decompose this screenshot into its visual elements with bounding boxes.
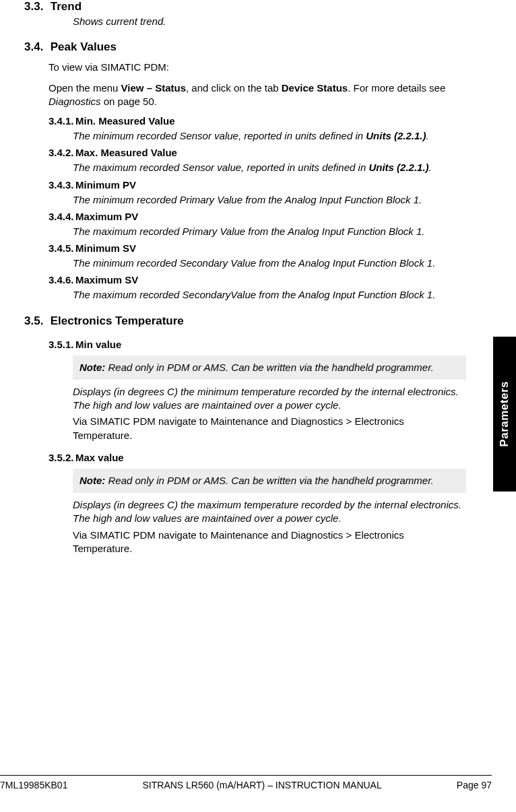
sub-number: 3.4.1. — [49, 115, 75, 127]
section-number: 3.4. — [24, 40, 47, 54]
footer-doc-id: 7ML19985KB01 — [0, 780, 67, 790]
sub-number: 3.4.3. — [49, 179, 75, 191]
sub-number: 3.4.4. — [49, 211, 75, 222]
text: . — [429, 162, 432, 173]
sub-title: Minimum SV — [75, 242, 136, 254]
section-title: Peak Values — [51, 40, 117, 53]
sub-title: Max value — [75, 452, 124, 463]
desc-3-4-5: The minimum recorded Secondary Value fro… — [73, 257, 466, 270]
side-tab-parameters: Parameters — [493, 337, 516, 492]
heading-3-4-1: 3.4.1.Min. Measured Value — [49, 115, 466, 127]
text: The maximum recorded Sensor value, repor… — [73, 162, 368, 173]
heading-3-5-1: 3.5.1.Min value — [49, 339, 466, 350]
sub-title: Maximum SV — [75, 274, 138, 285]
footer-page-number: Page 97 — [457, 780, 492, 790]
heading-3-4-5: 3.4.5.Minimum SV — [49, 242, 466, 254]
desc-3-4-4: The maximum recorded Primary Value from … — [73, 225, 466, 238]
heading-3-4-6: 3.4.6.Maximum SV — [49, 274, 466, 285]
section-3-4-para: Open the menu View – Status, and click o… — [49, 81, 466, 109]
section-number: 3.5. — [24, 314, 47, 328]
content-area: 3.3. Trend Shows current trend. 3.4. Pea… — [24, 0, 466, 758]
desc-3-5-1: Displays (in degrees C) the minimum temp… — [73, 385, 466, 413]
text: . For more details see — [348, 82, 445, 94]
desc-3-4-1: The minimum recorded Sensor value, repor… — [73, 129, 466, 143]
sub-number: 3.4.6. — [49, 274, 75, 285]
sub-title: Maximum PV — [75, 211, 138, 222]
heading-3-4-3: 3.4.3.Minimum PV — [49, 179, 466, 191]
note-label: Note: — [79, 475, 105, 486]
ref-units: Units (2.2.1.) — [366, 130, 426, 141]
ref-units: Units (2.2.1.) — [368, 162, 428, 173]
desc-3-4-2: The maximum recorded Sensor value, repor… — [73, 161, 466, 174]
desc-3-5-2: Displays (in degrees C) the maximum temp… — [73, 498, 466, 526]
note-box-3-5-2: Note: Read only in PDM or AMS. Can be wr… — [73, 469, 466, 493]
sub-number: 3.5.1. — [49, 339, 75, 350]
page: 3.3. Trend Shows current trend. 3.4. Pea… — [0, 0, 516, 812]
section-3-4-intro: To view via SIMATIC PDM: — [49, 61, 466, 74]
text: . — [426, 130, 428, 141]
footer-doc-title: SITRANS LR560 (mA/HART) – INSTRUCTION MA… — [143, 780, 382, 790]
text: Open the menu — [49, 82, 121, 94]
note-body: Read only in PDM or AMS. Can be written … — [105, 362, 433, 373]
sub-number: 3.5.2. — [49, 452, 75, 463]
nav-3-5-2: Via SIMATIC PDM navigate to Maintenance … — [73, 529, 466, 556]
note-body: Read only in PDM or AMS. Can be written … — [105, 475, 433, 486]
heading-3-4-2: 3.4.2.Max. Measured Value — [49, 147, 466, 158]
sub-title: Max. Measured Value — [75, 147, 177, 158]
menu-path: View – Status — [121, 82, 186, 94]
sub-number: 3.4.2. — [49, 147, 75, 158]
tab-name: Device Status — [282, 82, 348, 94]
sub-title: Min. Measured Value — [75, 115, 175, 127]
note-box-3-5-1: Note: Read only in PDM or AMS. Can be wr… — [73, 356, 466, 380]
section-3-5-heading: 3.5. Electronics Temperature — [24, 314, 466, 328]
sub-number: 3.4.5. — [49, 242, 75, 254]
nav-3-5-1: Via SIMATIC PDM navigate to Maintenance … — [73, 415, 466, 442]
section-3-3-heading: 3.3. Trend — [24, 0, 466, 13]
heading-3-5-2: 3.5.2.Max value — [49, 452, 466, 463]
desc-3-4-3: The minimum recorded Primary Value from … — [73, 193, 466, 207]
ref-diagnostics: Diagnostics — [49, 96, 101, 107]
section-title: Electronics Temperature — [51, 314, 184, 327]
text: , and click on the tab — [186, 82, 282, 94]
heading-3-4-4: 3.4.4.Maximum PV — [49, 211, 466, 222]
sub-title: Minimum PV — [75, 179, 136, 191]
section-title: Trend — [51, 0, 82, 13]
note-label: Note: — [79, 362, 105, 373]
sub-title: Min value — [75, 339, 121, 350]
text: The minimum recorded Sensor value, repor… — [73, 130, 366, 141]
section-number: 3.3. — [24, 0, 47, 13]
section-3-4-heading: 3.4. Peak Values — [24, 40, 466, 54]
section-3-3-desc: Shows current trend. — [73, 15, 466, 28]
page-footer: 7ML19985KB01 SITRANS LR560 (mA/HART) – I… — [0, 775, 492, 790]
side-tab-label: Parameters — [498, 381, 511, 447]
desc-3-4-6: The maximum recorded SecondaryValue from… — [73, 288, 466, 302]
text: on page 50. — [101, 96, 157, 107]
